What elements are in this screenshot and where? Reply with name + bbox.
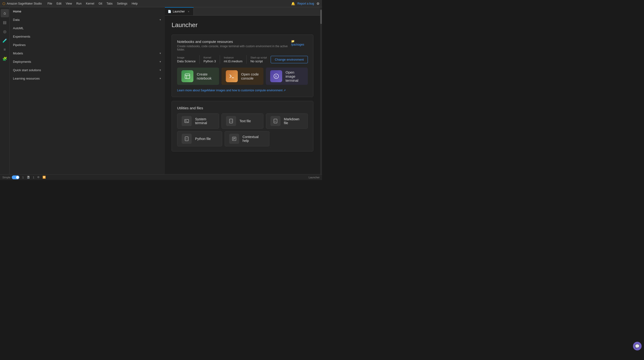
nav-item-quickstart[interactable]: Quick start solutions ▼ [10, 66, 165, 74]
app-title: Amazon SageMaker Studio [7, 2, 42, 5]
launcher-content: Launcher Notebooks and compute resources… [165, 15, 320, 174]
status-book-icon: 📓 [27, 176, 30, 179]
env-separator-2 [220, 55, 220, 64]
nav-item-deployments[interactable]: Deployments ▼ [10, 57, 165, 66]
nav-label-data: Data [13, 18, 20, 21]
notebooks-section-info: Notebooks and compute resources Create n… [177, 39, 291, 51]
mode-toggle[interactable]: Simple [2, 176, 20, 179]
scrollbar-thumb[interactable] [320, 9, 322, 24]
tab-close-button[interactable]: × [187, 9, 190, 13]
chevron-down-icon-learning: ▼ [159, 77, 162, 80]
system-terminal-button[interactable]: System terminal [177, 113, 219, 129]
nav-item-data[interactable]: Data ▼ [10, 15, 165, 24]
create-notebook-button[interactable]: Create notebook [177, 68, 219, 85]
env-kernel: Kernel Python 3 [204, 56, 216, 63]
sidebar-icon-experiments[interactable]: 🧪 [1, 36, 9, 45]
menu-file[interactable]: File [46, 1, 54, 6]
markdown-file-button[interactable]: MD Markdown file [266, 113, 308, 129]
notification-icon[interactable]: 🔔 [291, 2, 295, 5]
startup-value: No script [250, 59, 267, 63]
notebooks-section-title: Notebooks and compute resources [177, 39, 291, 44]
python-file-label: Python file [195, 137, 211, 141]
menu-tabs[interactable]: Tabs [104, 1, 114, 6]
full-layout: ⌂ ▤ ◎ 🧪 ≡ 🧩 Home Data ▼ AutoML Experimen… [0, 7, 322, 174]
image-label: Image [177, 56, 196, 59]
packages-link[interactable]: 📁 /packages [291, 39, 308, 46]
status-gear-icon: ⚙ [37, 176, 40, 179]
system-terminal-label: System terminal [195, 117, 214, 125]
utilities-grid: System terminal TXT Text file MD [177, 113, 308, 147]
menu-run[interactable]: Run [74, 1, 84, 6]
python-file-button[interactable]: PY Python file [177, 131, 222, 147]
report-bug-link[interactable]: Report a bug [298, 2, 314, 5]
menu-settings[interactable]: Settings [115, 1, 129, 6]
nav-item-pipelines[interactable]: Pipelines [10, 41, 165, 49]
notebooks-section-subtitle: Create notebooks, code console, image te… [177, 45, 291, 51]
menu-kernel[interactable]: Kernel [84, 1, 96, 6]
text-file-label: Text file [240, 119, 251, 123]
sidebar-icon-data[interactable]: ▤ [1, 18, 9, 26]
tab-launcher-icon: 📄 [168, 10, 171, 13]
nav-label-quickstart: Quick start solutions [13, 68, 41, 72]
svg-text:PY: PY [186, 138, 188, 140]
env-separator-3 [246, 55, 247, 64]
settings-icon[interactable]: ⚙ [316, 2, 320, 5]
change-environment-button[interactable]: Change environment [271, 56, 308, 63]
nav-item-automl[interactable]: AutoML [10, 24, 165, 32]
chevron-down-icon-models: ▼ [159, 52, 162, 55]
nav-label-pipelines: Pipelines [13, 43, 26, 47]
environment-row: Image Data Science Kernel Python 3 Insta… [177, 55, 308, 64]
contextual-help-icon [229, 134, 239, 144]
console-icon [226, 70, 238, 82]
terminal-icon: $ [270, 70, 282, 82]
sidebar-icon-home[interactable]: ⌂ [1, 9, 9, 17]
nav-label-deployments: Deployments [13, 60, 31, 63]
text-file-icon: TXT [226, 116, 236, 126]
nav-item-models[interactable]: Models ▼ [10, 49, 165, 57]
notebook-icon [182, 70, 194, 82]
nav-label-learning: Learning resources [13, 77, 40, 80]
nav-label-experiments: Experiments [13, 35, 30, 38]
contextual-help-button[interactable]: Contextual help [224, 131, 270, 147]
chevron-down-icon-deployments: ▼ [159, 60, 162, 63]
menu-git[interactable]: Git [97, 1, 104, 6]
chevron-down-icon: ▼ [159, 18, 162, 21]
page-title: Launcher [172, 21, 313, 29]
tab-bar: 📄 Launcher × [165, 7, 320, 15]
status-num2: 1 [33, 176, 34, 179]
nav-label-home: Home [13, 9, 21, 13]
learn-more-link[interactable]: Learn more about SageMaker images and ho… [177, 89, 308, 92]
tab-launcher[interactable]: 📄 Launcher × [165, 7, 194, 15]
scrollbar-track[interactable] [320, 7, 322, 174]
nav-label-automl: AutoML [13, 26, 24, 30]
menu-help[interactable]: Help [130, 1, 140, 6]
app-icon: ⬡ [2, 2, 5, 5]
sidebar-nav: Home Data ▼ AutoML Experiments Pipelines… [10, 7, 165, 174]
sidebar-icon-pipelines[interactable]: ≡ [1, 45, 9, 54]
instance-value: ml.t3.medium [224, 59, 242, 63]
menu-view[interactable]: View [64, 1, 74, 6]
image-value: Data Science [177, 59, 196, 63]
open-image-terminal-button[interactable]: $ Open image terminal [266, 68, 308, 85]
open-code-console-button[interactable]: Open code console [222, 68, 264, 85]
text-file-button[interactable]: TXT Text file [222, 113, 264, 129]
status-git-icon: 🔀 [42, 176, 46, 179]
menu-edit[interactable]: Edit [54, 1, 63, 6]
content-area: 📄 Launcher × Launcher Notebooks and comp… [165, 7, 320, 174]
nav-item-learning[interactable]: Learning resources ▼ [10, 74, 165, 83]
env-separator-1 [200, 55, 200, 64]
startup-label: Start-up script [250, 56, 267, 59]
sidebar-icon-models[interactable]: 🧩 [1, 55, 9, 63]
menu-items: File Edit View Run Kernel Git Tabs Setti… [46, 1, 291, 6]
nav-item-experiments[interactable]: Experiments [10, 32, 165, 41]
nav-item-home[interactable]: Home [10, 7, 165, 15]
kernel-value: Python 3 [204, 59, 216, 63]
learn-more-text: Learn more about SageMaker images and ho… [177, 89, 286, 92]
simple-mode-toggle[interactable] [12, 176, 20, 179]
chevron-down-icon-quickstart: ▼ [159, 69, 162, 71]
sidebar-icon-automl[interactable]: ◎ [1, 27, 9, 35]
python-file-icon: PY [182, 134, 192, 144]
svg-rect-0 [185, 74, 190, 79]
svg-text:$: $ [275, 75, 277, 78]
notebooks-section: Notebooks and compute resources Create n… [172, 34, 313, 97]
